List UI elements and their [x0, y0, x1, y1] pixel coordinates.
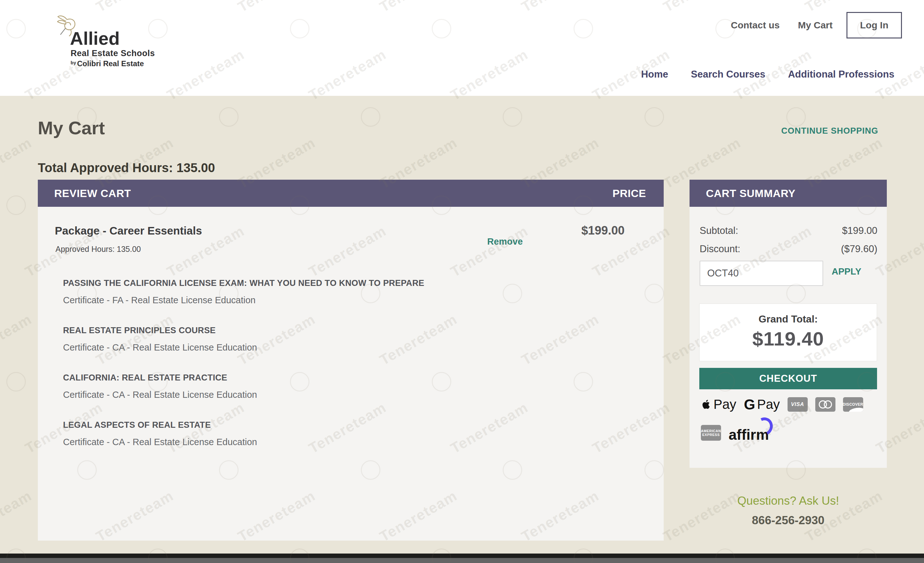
review-cart-header: REVIEW CART PRICE — [38, 180, 664, 207]
cart-item-approved-hours: Approved Hours: 135.00 — [56, 245, 141, 254]
nav-search-courses[interactable]: Search Courses — [691, 69, 765, 80]
top-nav-contact-us[interactable]: Contact us — [731, 20, 780, 31]
cart-item-title: Package - Career Essentials — [55, 224, 202, 237]
nav-home[interactable]: Home — [641, 69, 668, 80]
subtotal-row: Subtotal: $199.00 — [700, 225, 878, 236]
cart-summary-title: CART SUMMARY — [706, 187, 795, 200]
course-subtitle: Certificate - FA - Real Estate License E… — [63, 295, 424, 305]
checkout-button[interactable]: CHECKOUT — [699, 368, 877, 389]
cart-summary-header: CART SUMMARY — [690, 180, 887, 207]
course-subtitle: Certificate - CA - Real Estate License E… — [63, 342, 257, 353]
apply-coupon-button[interactable]: APPLY — [832, 266, 861, 277]
subtotal-label: Subtotal: — [700, 225, 738, 236]
main-nav: Home Search Courses Additional Professio… — [641, 69, 894, 80]
bottom-gray-bar — [0, 558, 924, 563]
course-list-item: REAL ESTATE PRINCIPLES COURSE Certificat… — [63, 326, 257, 353]
mastercard-icon — [815, 397, 836, 412]
course-list-item: CALIFORNIA: REAL ESTATE PRACTICE Certifi… — [63, 373, 257, 400]
page-title: My Cart — [38, 117, 105, 138]
top-nav-my-cart[interactable]: My Cart — [798, 20, 832, 31]
site-header: Allied Real Estate Schools byColibri Rea… — [0, 0, 924, 96]
cart-summary-body: Subtotal: $199.00 Discount: ($79.60) APP… — [690, 207, 887, 468]
price-column-header: PRICE — [613, 187, 646, 200]
course-title: REAL ESTATE PRINCIPLES COURSE — [63, 326, 257, 335]
bottom-black-bar — [0, 554, 924, 558]
cart-summary-panel: CART SUMMARY Subtotal: $199.00 Discount:… — [690, 180, 887, 468]
questions-ask-us-text: Questions? Ask Us! — [690, 494, 887, 507]
coupon-code-input[interactable] — [700, 261, 823, 286]
top-nav: Contact us My Cart Log In — [731, 12, 902, 39]
support-phone-number[interactable]: 866-256-2930 — [690, 514, 887, 527]
discount-value: ($79.60) — [841, 243, 878, 255]
course-list-item: PASSING THE CALIFORNIA LICENSE EXAM: WHA… — [63, 278, 424, 305]
american-express-icon: AMERICAN EXPRESS — [701, 425, 721, 441]
cart-item-price: $199.00 — [582, 224, 625, 237]
course-title: LEGAL ASPECTS OF REAL ESTATE — [63, 420, 257, 430]
review-cart-body: Package - Career Essentials Approved Hou… — [38, 207, 664, 540]
grand-total-label: Grand Total: — [700, 313, 877, 325]
course-title: PASSING THE CALIFORNIA LICENSE EXAM: WHA… — [63, 278, 424, 288]
login-button[interactable]: Log In — [846, 12, 902, 39]
logo-brand-text: Allied — [70, 28, 120, 49]
allied-logo[interactable]: Allied Real Estate Schools byColibri Rea… — [53, 12, 185, 69]
review-cart-title: REVIEW CART — [54, 187, 131, 200]
total-approved-hours: Total Approved Hours: 135.00 — [38, 161, 215, 175]
discount-row: Discount: ($79.60) — [700, 243, 878, 255]
nav-additional-professions[interactable]: Additional Professions — [788, 69, 894, 80]
payment-methods-row-1: Pay G Pay VISA DISCOVER — [701, 396, 863, 413]
affirm-icon: affirm — [729, 422, 769, 443]
total-hours-label: Total Approved Hours: — [38, 161, 173, 175]
course-subtitle: Certificate - CA - Real Estate License E… — [63, 390, 257, 400]
continue-shopping-link[interactable]: CONTINUE SHOPPING — [781, 126, 878, 136]
grand-total-value: $119.40 — [700, 327, 877, 350]
course-title: CALIFORNIA: REAL ESTATE PRACTICE — [63, 373, 257, 383]
google-pay-icon: G Pay — [744, 396, 780, 413]
review-cart-panel: REVIEW CART PRICE Package - Career Essen… — [38, 180, 664, 540]
course-subtitle: Certificate - CA - Real Estate License E… — [63, 437, 257, 447]
discover-icon: DISCOVER — [843, 397, 863, 412]
visa-icon: VISA — [788, 397, 808, 412]
remove-item-link[interactable]: Remove — [487, 236, 523, 247]
apple-pay-icon: Pay — [701, 397, 736, 412]
logo-by-prefix: by — [70, 60, 76, 65]
logo-byline-text: Colibri Real Estate — [77, 59, 144, 68]
discount-label: Discount: — [700, 243, 740, 255]
course-list-item: LEGAL ASPECTS OF REAL ESTATE Certificate… — [63, 420, 257, 447]
payment-methods-row-2: AMERICAN EXPRESS affirm — [701, 422, 769, 443]
total-hours-value: 135.00 — [177, 161, 215, 175]
logo-byline: byColibri Real Estate — [70, 59, 144, 68]
logo-line2-text: Real Estate Schools — [70, 48, 155, 58]
subtotal-value: $199.00 — [842, 225, 878, 236]
grand-total-box: Grand Total: $119.40 — [699, 303, 877, 361]
